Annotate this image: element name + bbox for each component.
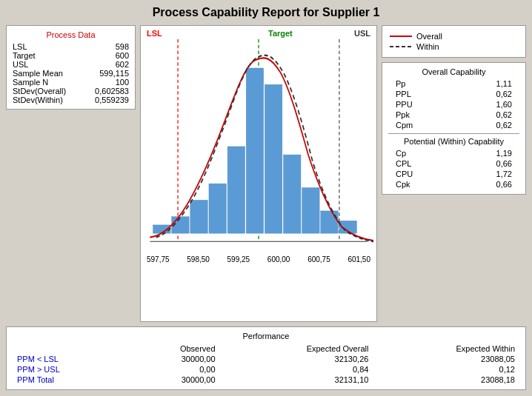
within-line-icon bbox=[390, 43, 412, 50]
ppm-usl-exp-within: 0,12 bbox=[373, 364, 519, 375]
x-axis-labels: 597,75 598,50 599,25 600,00 600,75 601,5… bbox=[144, 254, 373, 264]
lsl-label: LSL bbox=[13, 42, 27, 51]
usl-row: USL 602 bbox=[13, 60, 129, 69]
page-title: Process Capability Report for Supplier 1 bbox=[6, 6, 526, 19]
cpk-label: Cpk bbox=[396, 180, 410, 189]
stdev-overall-row: StDev(Overall) 0,602583 bbox=[13, 87, 129, 95]
stdev-overall-label: StDev(Overall) bbox=[13, 87, 66, 95]
ppu-row: PPU 1,60 bbox=[388, 99, 519, 110]
sample-mean-value: 599,115 bbox=[99, 69, 129, 78]
ppm-lsl-label: PPM < LSL bbox=[13, 354, 124, 364]
ppl-value: 0,62 bbox=[496, 90, 512, 98]
within-capability-title: Potential (Within) Capability bbox=[388, 137, 519, 146]
performance-title: Performance bbox=[13, 332, 519, 340]
chart-area: LSL Target USL bbox=[140, 25, 377, 322]
ppm-total-exp-overall: 32131,10 bbox=[220, 375, 373, 385]
target-value: 600 bbox=[116, 51, 129, 60]
perf-header-1: Observed bbox=[124, 343, 220, 354]
target-label-text: Target bbox=[13, 51, 36, 60]
target-chart-label: Target bbox=[268, 29, 293, 38]
x-label-3: 600,00 bbox=[267, 255, 290, 264]
sample-mean-row: Sample Mean 599,115 bbox=[13, 69, 129, 78]
histogram-svg bbox=[144, 39, 373, 254]
cpk-row: Cpk 0,66 bbox=[388, 179, 519, 189]
legend-within-label: Within bbox=[416, 42, 439, 51]
ppl-label: PPL bbox=[396, 90, 411, 98]
svg-rect-13 bbox=[321, 211, 338, 233]
ppu-value: 1,60 bbox=[496, 100, 512, 109]
cpk-value: 0,66 bbox=[496, 180, 512, 189]
performance-table: Observed Expected Overall Expected Withi… bbox=[13, 343, 519, 385]
within-capability-section: Potential (Within) Capability Cp 1,19 CP… bbox=[388, 133, 519, 189]
cp-row: Cp 1,19 bbox=[388, 148, 519, 158]
pp-value: 1,11 bbox=[496, 79, 512, 88]
target-row: Target 600 bbox=[13, 51, 129, 60]
pp-row: Pp 1,11 bbox=[388, 78, 519, 89]
cpl-label: CPL bbox=[396, 159, 411, 168]
lsl-chart-label: LSL bbox=[147, 29, 162, 38]
process-data-box: Process Data LSL 598 Target 600 USL 602 … bbox=[6, 25, 136, 110]
cpm-value: 0,62 bbox=[496, 121, 512, 130]
x-label-1: 598,50 bbox=[187, 255, 210, 264]
process-data-title: Process Data bbox=[13, 30, 129, 39]
svg-rect-9 bbox=[246, 68, 263, 233]
svg-rect-6 bbox=[190, 201, 207, 234]
ppk-value: 0,62 bbox=[496, 110, 512, 119]
ppm-usl-label: PPM > USL bbox=[13, 364, 124, 375]
svg-rect-11 bbox=[284, 155, 301, 233]
ppu-label: PPU bbox=[396, 100, 413, 109]
ppm-total-observed: 30000,00 bbox=[124, 375, 220, 385]
cpu-row: CPU 1,72 bbox=[388, 169, 519, 179]
perf-header-2: Expected Overall bbox=[220, 343, 373, 354]
stdev-within-value: 0,559239 bbox=[95, 95, 129, 104]
ppl-row: PPL 0,62 bbox=[388, 89, 519, 99]
perf-header-3: Expected Within bbox=[373, 343, 519, 354]
x-label-0: 597,75 bbox=[147, 255, 170, 264]
table-row: PPM < LSL 30000,00 32130,26 23088,05 bbox=[13, 354, 519, 364]
sample-n-value: 100 bbox=[116, 78, 129, 87]
overall-capability-title: Overall Capability bbox=[388, 67, 519, 76]
legend-within: Within bbox=[390, 42, 518, 51]
table-row: PPM Total 30000,00 32131,10 23088,18 bbox=[13, 375, 519, 385]
sample-n-row: Sample N 100 bbox=[13, 78, 129, 87]
ppk-row: Ppk 0,62 bbox=[388, 110, 519, 120]
lsl-row: LSL 598 bbox=[13, 42, 129, 51]
lsl-value: 598 bbox=[116, 42, 129, 51]
ppm-total-exp-within: 23088,18 bbox=[373, 375, 519, 385]
cpm-label: Cpm bbox=[396, 121, 413, 130]
table-row: PPM > USL 0,00 0,84 0,12 bbox=[13, 364, 519, 375]
ppm-usl-exp-overall: 0,84 bbox=[220, 364, 373, 375]
pp-label: Pp bbox=[396, 79, 405, 88]
x-label-2: 599,25 bbox=[227, 255, 250, 264]
legend-box: Overall Within bbox=[382, 25, 526, 58]
svg-rect-7 bbox=[209, 184, 226, 233]
sample-mean-label: Sample Mean bbox=[13, 69, 63, 78]
histogram bbox=[144, 39, 373, 254]
stdev-within-row: StDev(Within) 0,559239 bbox=[13, 95, 129, 104]
x-label-5: 601,50 bbox=[348, 255, 370, 264]
sample-n-label: Sample N bbox=[13, 78, 48, 87]
cpu-value: 1,72 bbox=[496, 170, 512, 178]
legend-overall-label: Overall bbox=[416, 32, 442, 41]
performance-panel: Performance Observed Expected Overall Ex… bbox=[6, 326, 526, 390]
cp-label: Cp bbox=[396, 149, 406, 158]
usl-label: USL bbox=[13, 60, 28, 69]
cpl-row: CPL 0,66 bbox=[388, 158, 519, 169]
cp-value: 1,19 bbox=[496, 149, 512, 158]
usl-chart-label: USL bbox=[354, 29, 370, 38]
stdev-within-label: StDev(Within) bbox=[13, 95, 63, 104]
ppk-label: Ppk bbox=[396, 110, 410, 119]
cpm-row: Cpm 0,62 bbox=[388, 120, 519, 130]
cpl-value: 0,66 bbox=[496, 159, 512, 168]
stdev-overall-value: 0,602583 bbox=[95, 87, 129, 95]
usl-value: 602 bbox=[116, 60, 129, 69]
ppm-lsl-observed: 30000,00 bbox=[124, 354, 220, 364]
x-label-4: 600,75 bbox=[307, 255, 330, 264]
svg-rect-10 bbox=[265, 84, 282, 233]
ppm-total-label: PPM Total bbox=[13, 375, 124, 385]
cpu-label: CPU bbox=[396, 170, 413, 178]
svg-rect-8 bbox=[227, 147, 245, 233]
ppm-lsl-exp-within: 23088,05 bbox=[373, 354, 519, 364]
legend-overall: Overall bbox=[390, 32, 518, 41]
ppm-usl-observed: 0,00 bbox=[124, 364, 220, 375]
